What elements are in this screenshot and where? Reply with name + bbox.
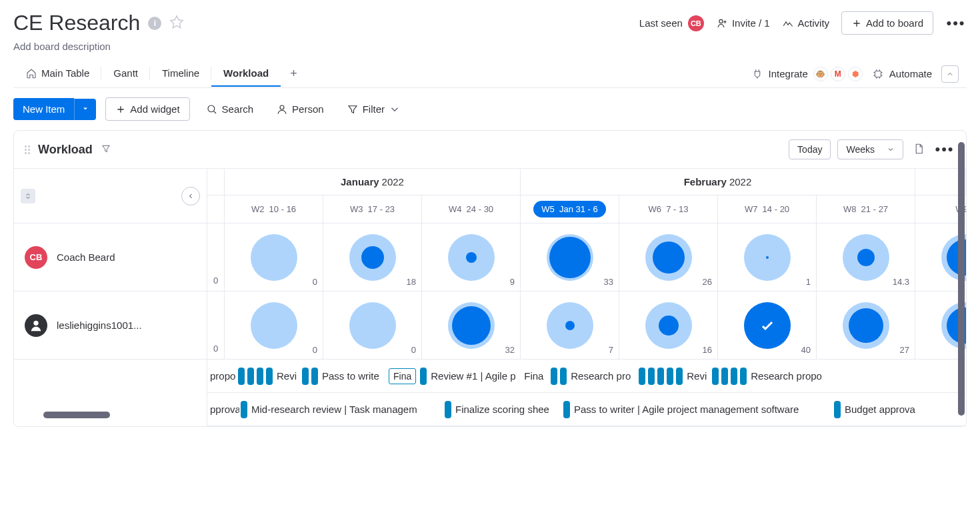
- search-button[interactable]: Search: [199, 98, 261, 121]
- integrate-button[interactable]: Integrate 🐵 M ⬢: [751, 67, 863, 81]
- task-pill[interactable]: [551, 368, 557, 385]
- workload-cell[interactable]: 32: [422, 292, 521, 359]
- task-pill[interactable]: [445, 401, 451, 418]
- workload-cell[interactable]: 9: [422, 223, 521, 291]
- tab-timeline[interactable]: Timeline: [150, 61, 211, 87]
- task-pill[interactable]: [712, 368, 719, 385]
- info-icon[interactable]: i: [148, 17, 161, 30]
- task-pill[interactable]: [721, 368, 728, 385]
- task-label[interactable]: pprova: [207, 404, 239, 415]
- week-header[interactable]: W6 7 - 13: [619, 195, 718, 223]
- task-label[interactable]: Budget approva: [842, 404, 935, 415]
- timeframe-dropdown[interactable]: Weeks: [837, 139, 903, 159]
- workload-cell[interactable]: 16: [619, 292, 718, 359]
- task-label[interactable]: propo: [207, 370, 237, 382]
- workload-cell[interactable]: 0: [323, 292, 422, 359]
- task-pill[interactable]: [648, 368, 655, 385]
- vertical-scrollbar[interactable]: [958, 142, 965, 416]
- workload-value: 0: [313, 277, 317, 287]
- tab-gantt[interactable]: Gantt: [101, 61, 150, 87]
- person-row[interactable]: CBCoach Beard: [14, 223, 207, 292]
- workload-cell[interactable]: 40: [718, 292, 817, 359]
- task-label[interactable]: Research pro: [568, 370, 637, 382]
- task-label[interactable]: Fina: [521, 370, 549, 382]
- task-pill[interactable]: [834, 401, 841, 418]
- tab-main-table[interactable]: Main Table: [13, 61, 101, 87]
- today-button[interactable]: Today: [789, 139, 831, 159]
- week-header[interactable]: W8 21 - 27: [817, 195, 915, 223]
- task-label[interactable]: Revi: [274, 370, 301, 382]
- board-menu-icon[interactable]: •••: [945, 13, 967, 34]
- collapse-rows-button[interactable]: [21, 189, 35, 203]
- task-pill[interactable]: [247, 368, 254, 385]
- task-pill[interactable]: [657, 368, 664, 385]
- export-icon[interactable]: [910, 140, 927, 159]
- add-to-board-button[interactable]: Add to board: [841, 11, 933, 35]
- board-title[interactable]: CE Research: [13, 11, 140, 35]
- gmail-icon[interactable]: M: [831, 67, 845, 81]
- workload-cell[interactable]: 26: [619, 223, 718, 291]
- invite-button[interactable]: Invite / 1: [716, 17, 770, 29]
- mailchimp-icon[interactable]: 🐵: [813, 67, 828, 81]
- filter-button[interactable]: Filter: [340, 98, 407, 121]
- timeframe-label: Weeks: [846, 144, 875, 155]
- workload-cell[interactable]: 7: [521, 292, 619, 359]
- task-pill[interactable]: [238, 368, 245, 385]
- automate-label: Automate: [889, 68, 932, 79]
- task-pill[interactable]: [563, 401, 570, 418]
- task-pill[interactable]: [311, 368, 318, 385]
- star-icon[interactable]: [169, 15, 184, 31]
- automate-button[interactable]: Automate: [872, 68, 932, 80]
- task-label[interactable]: Review #1 | Agile p: [428, 370, 521, 382]
- workload-menu-icon[interactable]: •••: [934, 139, 955, 160]
- collapse-header-button[interactable]: [941, 65, 959, 83]
- last-seen-avatar[interactable]: CB: [688, 15, 704, 31]
- task-pill[interactable]: [667, 368, 673, 385]
- board-description[interactable]: Add board description: [13, 41, 967, 52]
- workload-filter-icon[interactable]: [101, 143, 111, 156]
- add-widget-button[interactable]: Add widget: [105, 97, 189, 121]
- task-label[interactable]: Research propo: [748, 370, 841, 382]
- hubspot-icon[interactable]: ⬢: [848, 67, 863, 81]
- workload-cell[interactable]: 18: [323, 223, 422, 291]
- person-filter-button[interactable]: Person: [269, 98, 331, 121]
- task-pill[interactable]: [639, 368, 645, 385]
- task-pill[interactable]: [266, 368, 273, 385]
- workload-value: 0: [313, 345, 317, 355]
- workload-cell[interactable]: 0: [225, 223, 323, 291]
- horizontal-scrollbar[interactable]: [43, 412, 110, 418]
- drag-handle-icon[interactable]: [25, 145, 30, 154]
- tab-workload[interactable]: Workload: [211, 61, 281, 87]
- task-pill[interactable]: [560, 368, 567, 385]
- task-pill[interactable]: [257, 368, 263, 385]
- task-box[interactable]: Fina: [389, 368, 416, 384]
- task-label[interactable]: Pass to write: [319, 370, 386, 382]
- new-item-button[interactable]: New Item: [13, 98, 74, 120]
- workload-cell[interactable]: 27: [817, 292, 915, 359]
- workload-cell[interactable]: 33: [521, 223, 619, 291]
- week-header[interactable]: W2 10 - 16: [225, 195, 323, 223]
- week-header[interactable]: W5 Jan 31 - 6: [521, 195, 619, 223]
- task-pill[interactable]: [420, 368, 427, 385]
- task-pill[interactable]: [676, 368, 683, 385]
- task-label[interactable]: Finalize scoring shee: [453, 404, 562, 415]
- task-pill[interactable]: [740, 368, 747, 385]
- task-label[interactable]: Revi: [684, 370, 711, 382]
- week-header[interactable]: W4 24 - 30: [422, 195, 521, 223]
- task-label[interactable]: Mid-research review | Task managem: [249, 404, 443, 415]
- new-item-dropdown[interactable]: [74, 99, 96, 120]
- task-pill[interactable]: [731, 368, 737, 385]
- task-pill[interactable]: [241, 401, 247, 418]
- task-pill[interactable]: [302, 368, 309, 385]
- workload-row: 000327164027: [207, 292, 966, 360]
- person-row[interactable]: lesliehiggins1001...: [14, 292, 207, 360]
- workload-cell[interactable]: 0: [225, 292, 323, 359]
- task-label[interactable]: Pass to writer | Agile project managemen…: [571, 404, 833, 415]
- week-header[interactable]: W7 14 - 20: [718, 195, 817, 223]
- add-tab-button[interactable]: +: [281, 60, 307, 87]
- workload-cell[interactable]: 14.3: [817, 223, 915, 291]
- workload-cell[interactable]: 1: [718, 223, 817, 291]
- week-header[interactable]: W3 17 - 23: [323, 195, 422, 223]
- activity-button[interactable]: Activity: [782, 17, 830, 29]
- prev-period-button[interactable]: [181, 187, 200, 205]
